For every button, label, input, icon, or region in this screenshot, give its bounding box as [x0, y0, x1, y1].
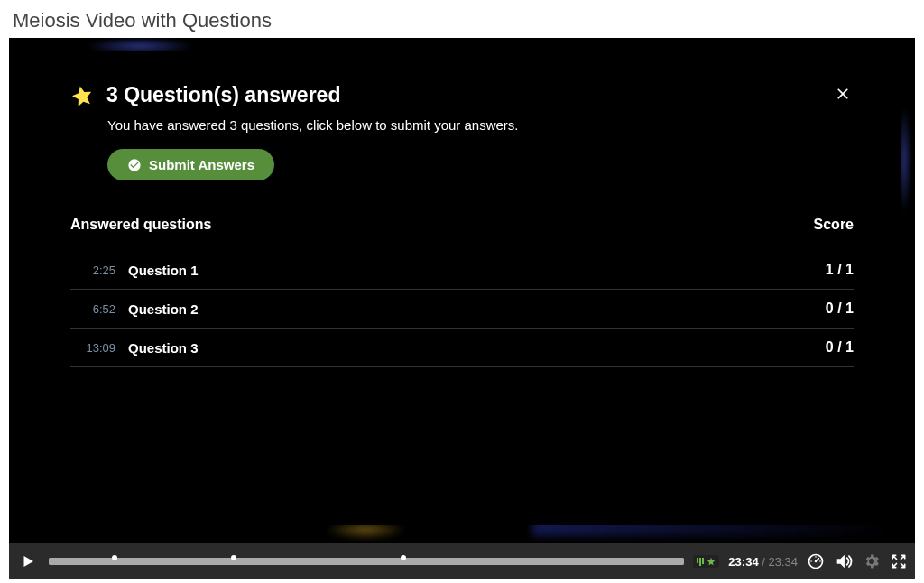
close-icon [834, 85, 852, 103]
time-display: 23:34 / 23:34 [728, 555, 798, 569]
svg-point-4 [815, 556, 817, 558]
current-time: 23:34 [728, 555, 758, 569]
settings-button[interactable] [863, 552, 881, 570]
speed-button[interactable] [807, 552, 825, 570]
col-header-questions: Answered questions [70, 217, 211, 233]
progress-bar[interactable] [49, 558, 684, 565]
question-row: 2:25Question 11 / 1 [70, 251, 854, 290]
question-label: Question 3 [128, 340, 826, 356]
progress-fill [49, 558, 684, 565]
check-circle-icon [127, 158, 142, 172]
submit-button-label: Submit Answers [149, 157, 254, 172]
col-header-score: Score [814, 217, 854, 233]
progress-marker[interactable] [112, 555, 117, 560]
page-title: Meiosis Video with Questions [0, 0, 924, 38]
star-small-icon [707, 557, 716, 566]
video-controls: 23:34 / 23:34 [9, 543, 915, 579]
volume-button[interactable] [834, 551, 854, 571]
question-score: 1 / 1 [826, 262, 854, 278]
question-score: 0 / 1 [826, 301, 854, 317]
interactive-video-indicator[interactable] [693, 555, 719, 568]
submit-answers-button[interactable]: Submit Answers [107, 149, 274, 180]
results-table: Answered questions Score 2:25Question 11… [70, 217, 854, 367]
question-row: 13:09Question 30 / 1 [70, 329, 854, 367]
modal-header: 3 Question(s) answered [70, 83, 854, 108]
question-timestamp[interactable]: 6:52 [70, 302, 116, 316]
video-player: 3 Question(s) answered You have answered… [9, 38, 915, 579]
total-time: / 23:34 [759, 555, 798, 569]
svg-point-1 [815, 560, 818, 563]
modal-header-left: 3 Question(s) answered [70, 83, 340, 107]
bars-icon [697, 558, 704, 566]
star-icon [69, 81, 97, 109]
question-row: 6:52Question 20 / 1 [70, 290, 854, 329]
results-modal: 3 Question(s) answered You have answered… [23, 51, 901, 525]
progress-marker[interactable] [231, 555, 236, 560]
play-icon [20, 553, 36, 569]
question-label: Question 1 [128, 263, 826, 278]
table-header: Answered questions Score [70, 217, 854, 251]
close-button[interactable] [832, 83, 854, 108]
question-timestamp[interactable]: 13:09 [70, 341, 116, 355]
progress-track [49, 558, 684, 565]
question-score: 0 / 1 [826, 339, 854, 356]
modal-subtext: You have answered 3 questions, click bel… [107, 117, 854, 133]
svg-point-3 [819, 560, 821, 562]
question-label: Question 2 [128, 301, 826, 317]
question-timestamp[interactable]: 2:25 [70, 264, 116, 277]
fullscreen-button[interactable] [890, 552, 908, 570]
modal-title: 3 Question(s) answered [106, 83, 340, 107]
svg-point-2 [810, 560, 812, 562]
play-button[interactable] [16, 550, 40, 573]
progress-marker[interactable] [401, 555, 406, 560]
